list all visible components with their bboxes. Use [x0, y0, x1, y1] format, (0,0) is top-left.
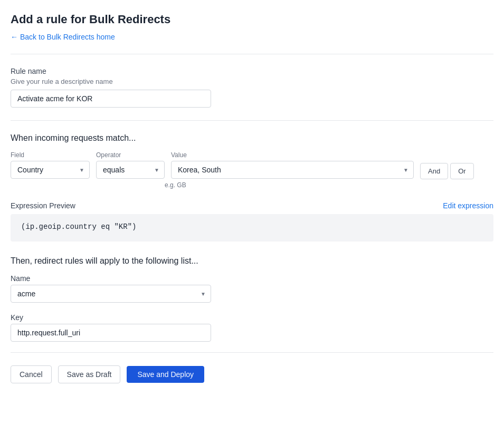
- back-link[interactable]: ← Back to Bulk Redirects home: [11, 33, 115, 41]
- field-row: Field Country IP Address ASN Continent ▼…: [11, 151, 493, 179]
- back-arrow-icon: ←: [11, 33, 18, 41]
- back-link-text: Back to Bulk Redirects home: [20, 33, 115, 41]
- field-select-wrapper: Country IP Address ASN Continent ▼: [11, 161, 90, 179]
- field-select[interactable]: Country IP Address ASN Continent: [11, 161, 90, 179]
- rule-name-label: Rule name: [11, 67, 493, 75]
- divider-1: [11, 54, 493, 54]
- and-or-group: And Or: [420, 163, 474, 179]
- key-input[interactable]: [11, 324, 211, 342]
- list-name-label: Name: [11, 274, 493, 283]
- value-group: Value Korea, South United States Germany…: [171, 151, 414, 179]
- redirect-section-title: Then, redirect rules will apply to the f…: [11, 256, 493, 266]
- and-button[interactable]: And: [420, 163, 448, 179]
- cancel-button[interactable]: Cancel: [11, 365, 52, 383]
- divider-2: [11, 120, 493, 121]
- value-hint: e.g. GB: [165, 181, 493, 189]
- match-section-title: When incoming requests match...: [11, 133, 493, 143]
- field-label: Field: [11, 151, 90, 159]
- list-name-group: Name acme other-list ▼: [11, 274, 493, 303]
- page-title: Add a rule for Bulk Redirects: [11, 13, 493, 26]
- operator-group: Operator equals does not equal is in is …: [96, 151, 165, 179]
- match-section: When incoming requests match... Field Co…: [11, 133, 493, 189]
- save-draft-button[interactable]: Save as Draft: [58, 365, 121, 383]
- key-label: Key: [11, 313, 493, 322]
- operator-select-wrapper: equals does not equal is in is not in ▼: [96, 161, 165, 179]
- operator-select[interactable]: equals does not equal is in is not in: [96, 161, 165, 179]
- value-label: Value: [171, 151, 414, 159]
- footer-actions: Cancel Save as Draft Save and Deploy: [11, 352, 493, 383]
- field-group: Field Country IP Address ASN Continent ▼: [11, 151, 90, 179]
- key-group: Key: [11, 313, 493, 342]
- rule-name-input[interactable]: [11, 90, 211, 108]
- redirect-section: Then, redirect rules will apply to the f…: [11, 256, 493, 342]
- rule-name-hint: Give your rule a descriptive name: [11, 78, 493, 85]
- expression-box: (ip.geoip.country eq "KR"): [11, 214, 493, 242]
- expression-preview-section: Expression Preview Edit expression (ip.g…: [11, 201, 493, 242]
- rule-name-section: Rule name Give your rule a descriptive n…: [11, 67, 493, 108]
- operator-label: Operator: [96, 151, 165, 159]
- value-select-wrapper: Korea, South United States Germany Franc…: [171, 161, 414, 179]
- expression-header: Expression Preview Edit expression: [11, 201, 493, 210]
- save-deploy-button[interactable]: Save and Deploy: [127, 366, 204, 383]
- list-name-select[interactable]: acme other-list: [11, 285, 211, 303]
- or-button[interactable]: Or: [450, 163, 473, 179]
- expression-label: Expression Preview: [11, 201, 75, 210]
- value-select[interactable]: Korea, South United States Germany Franc…: [171, 161, 414, 179]
- edit-expression-link[interactable]: Edit expression: [443, 201, 493, 210]
- list-name-select-wrapper: acme other-list ▼: [11, 285, 211, 303]
